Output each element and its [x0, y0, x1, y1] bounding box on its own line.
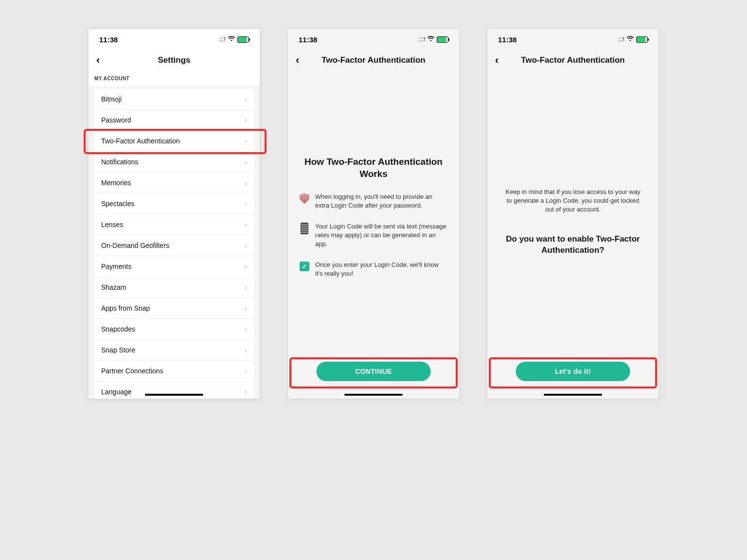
settings-row-memories[interactable]: Memories›: [94, 173, 254, 193]
status-time: 11:38: [498, 35, 516, 44]
chevron-right-icon: ›: [244, 94, 247, 105]
status-icons: :::!: [618, 36, 648, 43]
back-button[interactable]: ‹: [96, 54, 100, 67]
row-label: Notifications: [101, 158, 138, 166]
settings-row-bitmoji[interactable]: Bitmoji›: [94, 89, 254, 110]
phone-icon: [300, 223, 309, 233]
settings-row-lenses[interactable]: Lenses›: [94, 214, 254, 235]
page-title: Two-Factor Authentication: [321, 55, 425, 65]
home-indicator[interactable]: [344, 394, 403, 396]
status-bar: 11:38 :::!: [487, 29, 658, 50]
screen-settings: 11:38 :::! ‹ Settings MY ACCOUNT Bitmoji…: [89, 29, 260, 399]
page-title: Two-Factor Authentication: [521, 55, 624, 65]
chevron-right-icon: ›: [244, 366, 247, 376]
continue-button[interactable]: CONTINUE: [317, 362, 431, 381]
row-label: Bitmoji: [101, 95, 122, 103]
row-label: Snapcodes: [101, 325, 135, 333]
row-label: Memories: [101, 179, 131, 187]
settings-list: Bitmoji›Password›Two-Factor Authenticati…: [94, 89, 254, 399]
how-text: Once you enter your Login Code, we'll kn…: [315, 261, 447, 278]
chevron-right-icon: ›: [244, 199, 247, 209]
row-label: Lenses: [101, 221, 123, 228]
row-label: Spectacles: [101, 200, 134, 208]
status-bar: 11:38 :::!: [89, 29, 260, 50]
back-button[interactable]: ‹: [296, 54, 299, 67]
status-icons: :::!: [419, 36, 448, 43]
settings-row-partner-connections[interactable]: Partner Connections›: [94, 361, 254, 382]
enable-button[interactable]: Let's do it!: [516, 362, 630, 381]
settings-row-snapcodes[interactable]: Snapcodes›: [94, 319, 254, 340]
battery-icon: [636, 36, 648, 43]
nav-bar: ‹ Settings: [89, 50, 260, 71]
status-bar: 11:38 :::!: [288, 29, 459, 50]
how-item: When logging in, you'll need to provide …: [300, 192, 447, 210]
settings-row-password[interactable]: Password›: [94, 110, 254, 131]
chevron-right-icon: ›: [244, 241, 247, 251]
status-time: 11:38: [299, 35, 317, 44]
chevron-right-icon: ›: [244, 220, 247, 230]
settings-row-notifications[interactable]: Notifications›: [94, 152, 254, 173]
chevron-right-icon: ›: [244, 303, 247, 314]
home-indicator[interactable]: [544, 394, 602, 396]
screen-2fa-enable: 11:38 :::! ‹ Two-Factor Authentication K…: [487, 29, 658, 399]
row-label: Shazam: [101, 283, 126, 291]
wifi-icon: [427, 36, 435, 43]
warning-text: Keep in mind that if you lose access to …: [487, 188, 658, 214]
settings-row-snap-store[interactable]: Snap Store›: [94, 340, 254, 361]
signal-icon: :::!: [419, 36, 425, 43]
chevron-right-icon: ›: [244, 345, 247, 355]
page-title: Settings: [158, 55, 190, 65]
how-text: When logging in, you'll need to provide …: [315, 192, 447, 210]
row-label: Snap Store: [101, 346, 135, 354]
settings-row-on-demand-geofilters[interactable]: On-Demand Geofilters›: [94, 235, 254, 256]
row-label: Apps from Snap: [101, 304, 150, 312]
prompt-title: Do you want to enable Two-Factor Authent…: [487, 234, 658, 256]
how-item: Your Login Code will be sent via text (m…: [300, 222, 447, 248]
row-label: Payments: [101, 262, 131, 270]
status-icons: :::!: [219, 36, 249, 43]
signal-icon: :::!: [618, 36, 624, 43]
chevron-right-icon: ›: [244, 157, 247, 167]
home-indicator[interactable]: [145, 394, 203, 396]
tutorial-slide-container: 11:38 :::! ‹ Settings MY ACCOUNT Bitmoji…: [74, 15, 673, 413]
row-label: Password: [101, 116, 131, 124]
nav-bar: ‹ Two-Factor Authentication: [288, 50, 459, 71]
battery-icon: [437, 36, 448, 43]
nav-bar: ‹ Two-Factor Authentication: [487, 50, 658, 71]
settings-row-payments[interactable]: Payments›: [94, 256, 254, 277]
check-icon: ✓: [300, 261, 309, 272]
section-label: MY ACCOUNT: [89, 71, 260, 86]
how-text: Your Login Code will be sent via text (m…: [315, 222, 447, 248]
settings-row-two-factor-authentication[interactable]: Two-Factor Authentication›: [94, 131, 254, 152]
settings-row-spectacles[interactable]: Spectacles›: [94, 193, 254, 214]
how-item: ✓Once you enter your Login Code, we'll k…: [300, 261, 447, 278]
chevron-right-icon: ›: [244, 282, 247, 293]
wifi-icon: [228, 36, 235, 43]
back-button[interactable]: ‹: [495, 54, 498, 67]
how-heading: How Two-Factor Authentication Works: [302, 156, 445, 180]
settings-row-language[interactable]: Language›: [94, 382, 254, 399]
chevron-right-icon: ›: [244, 262, 247, 272]
signal-icon: :::!: [219, 36, 226, 43]
row-label: Language: [101, 388, 131, 396]
chevron-right-icon: ›: [244, 324, 247, 334]
how-items: When logging in, you'll need to provide …: [288, 192, 459, 278]
settings-row-shazam[interactable]: Shazam›: [94, 277, 254, 298]
row-label: On-Demand Geofilters: [101, 242, 169, 249]
chevron-right-icon: ›: [244, 387, 247, 397]
chevron-right-icon: ›: [244, 115, 247, 125]
status-time: 11:38: [99, 35, 118, 44]
chevron-right-icon: ›: [244, 136, 247, 146]
row-label: Partner Connections: [101, 367, 163, 375]
battery-icon: [237, 36, 249, 43]
row-label: Two-Factor Authentication: [101, 137, 180, 145]
screen-2fa-how: 11:38 :::! ‹ Two-Factor Authentication H…: [288, 29, 459, 399]
settings-row-apps-from-snap[interactable]: Apps from Snap›: [94, 298, 254, 319]
shield-icon: [300, 193, 309, 204]
chevron-right-icon: ›: [244, 178, 247, 188]
wifi-icon: [626, 36, 634, 43]
